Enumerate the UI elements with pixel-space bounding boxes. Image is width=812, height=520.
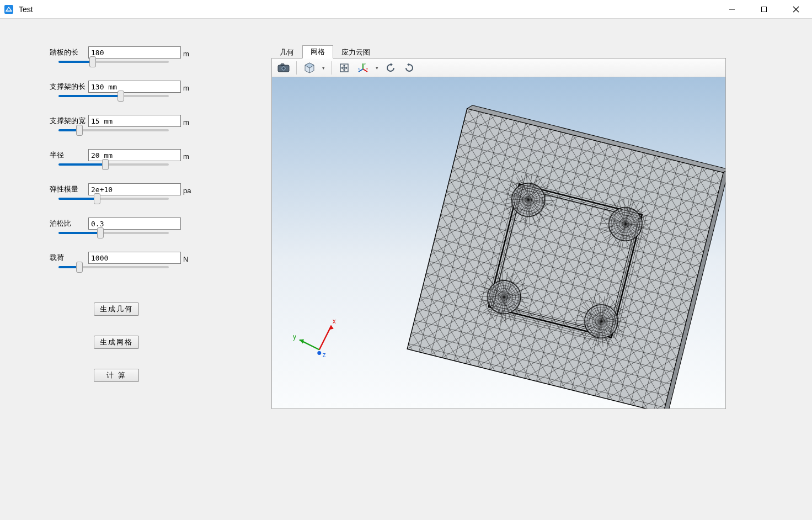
slider-load[interactable] [58,266,169,268]
action-buttons: 生成几何 生成网格 计 算 [94,303,247,382]
svg-line-77 [272,77,402,333]
svg-marker-412 [329,326,334,330]
svg-line-82 [272,77,425,338]
svg-text:z: z [364,62,366,65]
svg-line-75 [272,77,390,330]
close-button[interactable] [780,0,812,19]
svg-line-80 [272,77,414,336]
unit-modulus: pa [183,187,191,195]
svg-line-183 [724,188,725,408]
unit-pedal-length: m [183,50,189,58]
unit-radius: m [183,152,189,161]
param-support-width: 支撑架的宽 m [50,115,247,127]
maximize-button[interactable] [748,0,780,19]
viewer-panel: 几何 网格 应力云图 [265,19,812,520]
toolbar-separator [331,61,332,75]
slider-poisson[interactable] [58,232,169,234]
svg-line-69 [272,77,355,321]
tab-stress[interactable]: 应力云图 [333,45,378,59]
zoom-extents-icon[interactable] [336,60,352,76]
label-support-width: 支撑架的宽 [50,116,88,126]
slider-pedal-length[interactable] [58,61,169,63]
label-radius: 半径 [50,150,88,160]
compute-button[interactable]: 计 算 [94,369,139,382]
param-support-length: 支撑架的长 m [50,81,247,93]
input-support-width[interactable] [88,115,181,127]
label-load: 载荷 [50,253,88,263]
svg-line-78 [272,77,402,333]
cube-view-icon[interactable] [301,60,318,76]
toolbar-separator [296,61,297,75]
svg-text:y: y [366,67,368,70]
slider-radius[interactable] [58,163,169,166]
svg-line-72 [272,77,367,324]
input-support-length[interactable] [88,81,181,93]
label-poisson: 泊松比 [50,219,88,229]
svg-rect-0 [4,5,13,14]
minimize-button[interactable] [716,0,748,19]
label-modulus: 弹性模量 [50,184,88,194]
svg-line-4 [793,7,799,12]
input-pedal-length[interactable] [88,46,181,59]
svg-line-73 [272,77,378,327]
slider-support-length[interactable] [58,95,169,97]
window-title: Test [19,5,33,14]
svg-line-3 [793,7,799,12]
svg-line-76 [272,77,390,330]
axis-toggle-dropdown[interactable] [373,60,380,76]
slider-support-width[interactable] [58,129,169,131]
tab-strip: 几何 网格 应力云图 [271,45,812,59]
param-poisson: 泊松比 [50,217,247,230]
generate-geometry-button[interactable]: 生成几何 [94,303,139,316]
axis-y-label: y [293,333,296,341]
unit-support-length: m [183,84,189,92]
mesh-viewport[interactable]: x y z [272,77,725,408]
svg-line-70 [272,77,355,321]
window-controls [716,0,812,19]
main-area: 踏板的长 m 支撑架的长 m 支撑架的宽 m 半径 m 弹性模量 pa [0,19,812,520]
param-modulus: 弹性模量 pa [50,183,247,195]
input-modulus[interactable] [88,183,181,195]
titlebar: Test [0,0,812,19]
parameter-panel: 踏板的长 m 支撑架的长 m 支撑架的宽 m 半径 m 弹性模量 pa [0,19,265,520]
tab-geometry[interactable]: 几何 [271,45,302,59]
viewer-frame: z y x [271,58,726,409]
axis-toggle-icon[interactable]: z y x [355,60,371,76]
svg-line-81 [272,77,425,338]
rotate-cw-icon[interactable] [401,60,418,76]
axis-x-label: x [333,317,336,325]
svg-text:x: x [358,67,360,70]
svg-line-84 [272,77,437,342]
unit-load: N [183,255,188,263]
svg-marker-414 [300,339,304,344]
param-radius: 半径 m [50,149,247,161]
axis-z-label: z [323,351,326,359]
rotate-ccw-icon[interactable] [382,60,399,76]
tab-mesh[interactable]: 网格 [302,45,333,59]
input-load[interactable] [88,252,181,264]
unit-support-width: m [183,118,189,126]
svg-point-415 [317,351,321,355]
camera-icon[interactable] [275,60,292,76]
cube-view-dropdown[interactable] [320,60,327,76]
label-support-length: 支撑架的长 [50,82,88,92]
slider-modulus[interactable] [58,198,169,200]
svg-line-83 [272,77,437,342]
svg-rect-2 [762,7,767,12]
svg-line-184 [724,188,725,408]
param-pedal-length: 踏板的长 m [50,46,247,59]
param-load: 载荷 N [50,252,247,264]
app-icon [3,4,14,15]
label-pedal-length: 踏板的长 [50,47,88,57]
axis-gizmo: x y z [293,317,336,359]
viewer-toolbar: z y x [272,59,725,77]
svg-line-74 [272,77,378,327]
svg-line-79 [272,77,414,336]
generate-mesh-button[interactable]: 生成网格 [94,336,139,349]
svg-point-7 [282,67,285,69]
svg-rect-8 [281,63,284,65]
svg-line-71 [272,77,367,324]
